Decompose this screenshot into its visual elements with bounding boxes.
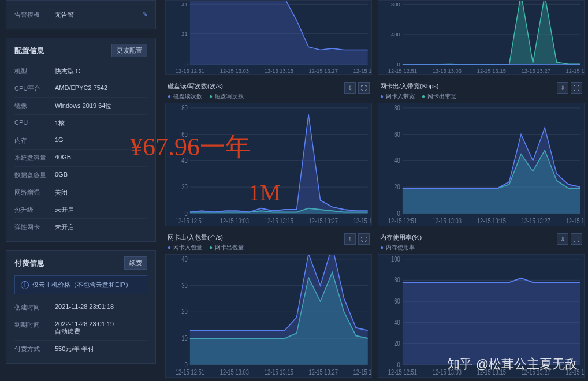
row-value: 1核 [55,119,147,128]
svg-text:12-15 13:39: 12-15 13:39 [353,368,371,376]
svg-text:12-15 13:03: 12-15 13:03 [220,217,249,225]
row-key: CPU平台 [14,84,55,93]
renew-button[interactable]: 续费 [124,256,147,270]
info-row: 数据盘容量0GB [14,167,147,184]
svg-text:12-15 12:51: 12-15 12:51 [176,368,204,376]
download-icon[interactable]: ⇩ [344,233,356,245]
svg-text:0: 0 [397,210,400,217]
expand-icon[interactable]: ⛶ [571,233,582,245]
svg-text:12-15 13:03: 12-15 13:03 [220,68,249,74]
chart-plot: 02040608012-15 12:5112-15 13:0312-15 13:… [165,103,372,226]
row-value: 未开启 [55,223,147,231]
svg-text:12-15 13:03: 12-15 13:03 [433,68,462,74]
svg-text:20: 20 [181,183,187,190]
row-key: 到期时间 [14,320,55,329]
row-value: Windows 2019 64位 [55,102,147,110]
svg-text:12-15 13:03: 12-15 13:03 [220,368,249,376]
change-config-button[interactable]: 更改配置 [111,44,147,57]
svg-text:21: 21 [181,31,187,37]
chart-card: 网卡出/入带宽(Kbps)网卡入带宽网卡出带宽⇩⛶02040608012-15 … [378,81,585,226]
alarm-panel: 告警模板 无告警 ✎ [6,0,156,29]
alarm-key: 告警模板 [14,10,55,19]
chart-plot: 0214112-15 12:5112-15 13:0312-15 13:1512… [165,0,372,75]
svg-text:12-15 13:27: 12-15 13:27 [309,368,338,376]
info-row: 创建时间2021-11-28 23:01:18 [14,299,147,316]
svg-text:12-15 13:39: 12-15 13:39 [353,217,371,225]
expand-icon[interactable]: ⛶ [571,82,582,94]
svg-text:12-15 12:51: 12-15 12:51 [388,368,417,376]
chart-plot: 01020304012-15 12:5112-15 13:0312-15 13:… [165,254,372,378]
svg-text:800: 800 [391,1,400,8]
svg-text:41: 41 [181,1,187,8]
svg-text:0: 0 [184,361,187,368]
svg-text:12-15 13:03: 12-15 13:03 [433,217,462,225]
legend-item: 内存使用率 [380,244,415,252]
info-row: 到期时间2022-11-28 23:01:19自动续费 [14,316,147,341]
chart-card: 040080012-15 12:5112-15 13:0312-15 13:15… [378,0,585,75]
svg-text:0: 0 [184,61,187,68]
row-key: 数据盘容量 [14,171,55,180]
svg-text:20: 20 [394,183,400,190]
svg-text:12-15 13:15: 12-15 13:15 [265,368,293,376]
legend-item: 磁盘写次数 [209,92,244,100]
expand-icon[interactable]: ⛶ [358,233,370,245]
chart-title: 磁盘读/写次数(次/s) [168,82,244,91]
row-value: AMD/EPYC2 7542 [55,84,147,91]
svg-text:12-15 13:39: 12-15 13:39 [566,68,584,74]
svg-text:12-15 13:39: 12-15 13:39 [566,217,584,225]
expand-icon[interactable]: ⛶ [358,82,370,94]
svg-text:100: 100 [391,255,400,263]
chart-card: 网卡出/入包量(个/s)网卡入包量网卡出包量⇩⛶01020304012-15 1… [165,232,372,378]
row-value: 关闭 [55,188,147,197]
info-row: CPU平台AMD/EPYC2 7542 [14,80,147,98]
payment-panel: 付费信息 续费 i 仅云主机价格（不包含云盘和EIP） 创建时间2021-11-… [6,250,156,364]
chart-title: 内存使用率(%) [380,233,422,242]
svg-text:12-15 13:15: 12-15 13:15 [477,217,506,225]
row-key: 系统盘容量 [14,154,55,162]
row-key: 弹性网卡 [14,223,55,231]
svg-text:20: 20 [181,308,187,315]
chart-plot: 040080012-15 12:5112-15 13:0312-15 13:15… [378,0,585,75]
config-title: 配置信息 [14,46,44,56]
download-icon[interactable]: ⇩ [557,82,568,94]
row-key: 镜像 [14,102,55,110]
download-icon[interactable]: ⇩ [344,82,356,94]
row-value: 550元/年 年付 [55,345,147,353]
overlay-price: ¥67.96一年 [130,130,251,164]
watermark: 知乎 @松茸公主夏无敌 [447,356,578,373]
legend-item: 网卡入包量 [168,244,202,252]
svg-text:12-15 13:15: 12-15 13:15 [265,68,293,74]
info-row: 热升级未开启 [14,201,147,219]
svg-text:12-15 13:15: 12-15 13:15 [477,68,506,74]
svg-text:80: 80 [181,104,187,111]
svg-text:60: 60 [394,297,400,305]
legend-item: 磁盘读次数 [168,92,202,100]
row-value: 快杰型 O [55,67,147,76]
chart-title: 网卡出/入包量(个/s) [168,233,244,242]
svg-text:400: 400 [391,31,400,38]
row-value: 2021-11-28 23:01:18 [55,303,147,310]
info-row: 机型快杰型 O [14,63,147,80]
svg-text:12-15 13:27: 12-15 13:27 [522,68,550,74]
legend-item: 网卡入带宽 [380,92,415,100]
info-row: CPU1核 [14,115,147,132]
row-value: 2022-11-28 23:01:19自动续费 [55,320,147,336]
overlay-bandwidth: 1M [248,179,281,206]
row-key: 付费方式 [14,345,55,353]
svg-text:0: 0 [397,61,400,68]
svg-text:30: 30 [181,282,187,289]
alarm-value: 无告警 [55,10,142,19]
row-key: CPU [14,119,55,126]
svg-text:0: 0 [397,361,400,368]
download-icon[interactable]: ⇩ [557,233,568,245]
svg-text:12-15 13:15: 12-15 13:15 [265,217,293,225]
legend-item: 网卡出包量 [209,244,244,252]
legend-item: 网卡出带宽 [422,92,456,100]
row-key: 热升级 [14,206,55,214]
price-note: i 仅云主机价格（不包含云盘和EIP） [14,275,147,294]
svg-text:12-15 13:27: 12-15 13:27 [309,217,338,225]
edit-icon[interactable]: ✎ [142,10,147,18]
svg-text:80: 80 [394,104,400,111]
svg-text:12-15 13:39: 12-15 13:39 [353,68,371,74]
info-row: 弹性网卡未开启 [14,219,147,236]
